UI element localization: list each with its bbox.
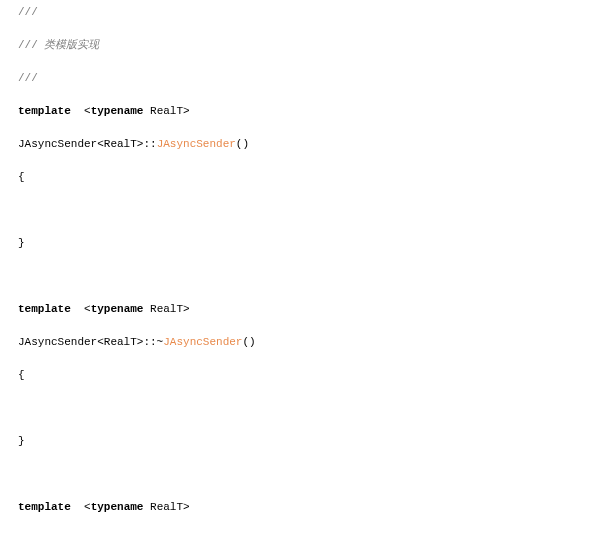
blank-line [18,202,600,219]
comment-slashes: /// [18,39,38,51]
comment-line: /// 类模版实现 [18,37,600,54]
code-text: RealT> [143,105,189,117]
dtor-decl: JAsyncSender<RealT>::~JAsyncSender() [18,334,600,351]
template-decl: template <typename RealT> [18,499,600,516]
brace-close: } [18,433,600,450]
code-text: JAsyncSender<RealT>:: [18,138,157,150]
keyword-typename: typename [91,303,144,315]
comment-slashes: /// [18,6,38,18]
blank-line [18,268,600,285]
ctor-decl: JAsyncSender<RealT>::JAsyncSender() [18,136,600,153]
code-text: < [71,303,91,315]
keyword-template: template [18,501,71,513]
keyword-typename: typename [91,105,144,117]
comment-line: /// [18,70,600,87]
code-text: JAsyncSender<RealT>::~ [18,336,163,348]
template-decl: template <typename RealT> [18,301,600,318]
code-block: /// /// 类模版实现 /// template <typename Rea… [0,0,600,533]
code-text: () [242,336,255,348]
brace-open: { [18,367,600,384]
dtor-name: JAsyncSender [163,336,242,348]
brace-open: { [18,169,600,186]
code-text: RealT> [143,501,189,513]
brace-close: } [18,235,600,252]
code-text: < [71,105,91,117]
code-text: < [71,501,91,513]
keyword-template: template [18,303,71,315]
keyword-template: template [18,105,71,117]
comment-slashes: /// [18,72,38,84]
ctor-name: JAsyncSender [157,138,236,150]
blank-line [18,400,600,417]
code-text: RealT> [143,303,189,315]
comment-line: /// [18,4,600,21]
code-text: () [236,138,249,150]
template-decl: template <typename RealT> [18,103,600,120]
comment-text: 类模版实现 [38,39,100,51]
keyword-typename: typename [91,501,144,513]
blank-line [18,466,600,483]
